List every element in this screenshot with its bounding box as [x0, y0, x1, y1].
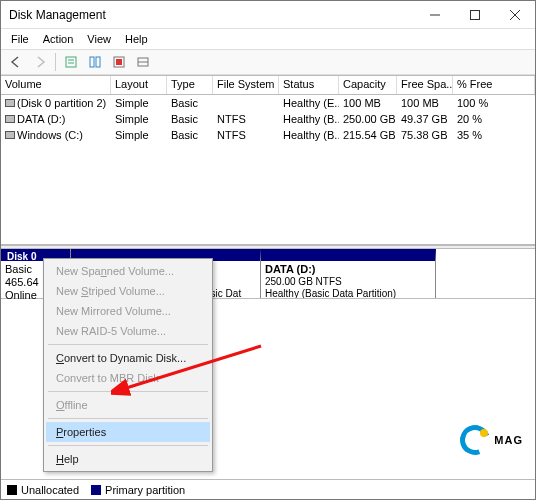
cell: 35 % — [453, 127, 535, 143]
col-status[interactable]: Status — [279, 76, 339, 94]
context-menu-separator — [48, 391, 208, 392]
window-controls — [415, 1, 535, 29]
svg-rect-4 — [66, 57, 76, 67]
cell: (Disk 0 partition 2) — [1, 95, 111, 111]
cell: Basic — [167, 95, 213, 111]
context-menu-item: Offline — [46, 395, 210, 415]
col-free[interactable]: Free Spa... — [397, 76, 453, 94]
watermark-logo: MAG — [460, 425, 523, 455]
legend-primary-swatch — [91, 485, 101, 495]
toolbar — [1, 49, 535, 75]
svg-rect-8 — [96, 57, 100, 67]
window-title: Disk Management — [9, 8, 415, 22]
logo-icon — [460, 425, 490, 455]
cell: 49.37 GB — [397, 111, 453, 127]
col-volume[interactable]: Volume — [1, 76, 111, 94]
context-menu-item: New Mirrored Volume... — [46, 301, 210, 321]
col-filesystem[interactable]: File System — [213, 76, 279, 94]
svg-rect-7 — [90, 57, 94, 67]
menu-file[interactable]: File — [5, 31, 35, 47]
legend-unalloc-swatch — [7, 485, 17, 495]
table-row[interactable]: Windows (C:) Simple Basic NTFS Healthy (… — [1, 127, 535, 143]
cell: 100 % — [453, 95, 535, 111]
cell: 215.54 GB — [339, 127, 397, 143]
cell: NTFS — [213, 111, 279, 127]
context-menu-item: New Spanned Volume... — [46, 261, 210, 281]
context-menu-separator — [48, 418, 208, 419]
partition[interactable]: DATA (D:)250.00 GB NTFSHealthy (Basic Da… — [261, 249, 436, 298]
help-button[interactable] — [108, 51, 130, 73]
volume-icon — [5, 99, 15, 107]
legend: Unallocated Primary partition — [1, 479, 535, 499]
cell: Simple — [111, 111, 167, 127]
settings-button[interactable] — [60, 51, 82, 73]
svg-rect-10 — [116, 59, 122, 65]
cell: Healthy (B... — [279, 111, 339, 127]
menubar: File Action View Help — [1, 29, 535, 49]
logo-text: MAG — [494, 434, 523, 446]
cell: Windows (C:) — [1, 127, 111, 143]
forward-button[interactable] — [29, 51, 51, 73]
legend-unalloc-label: Unallocated — [21, 484, 79, 496]
disk-status: Online — [5, 289, 37, 301]
cell: Basic — [167, 127, 213, 143]
col-type[interactable]: Type — [167, 76, 213, 94]
context-menu-separator — [48, 344, 208, 345]
col-capacity[interactable]: Capacity — [339, 76, 397, 94]
titlebar[interactable]: Disk Management — [1, 1, 535, 29]
cell: 100 MB — [339, 95, 397, 111]
toolbar-separator — [55, 53, 56, 71]
cell: 20 % — [453, 111, 535, 127]
menu-action[interactable]: Action — [37, 31, 80, 47]
close-button[interactable] — [495, 1, 535, 29]
context-menu-item: Convert to MBR Disk — [46, 368, 210, 388]
volume-list[interactable]: (Disk 0 partition 2) Simple Basic Health… — [1, 95, 535, 245]
cell: DATA (D:) — [1, 111, 111, 127]
cell: Basic — [167, 111, 213, 127]
volume-icon — [5, 115, 15, 123]
menu-help[interactable]: Help — [119, 31, 154, 47]
disk-management-window: Disk Management File Action View Help Vo… — [0, 0, 536, 500]
cell: Simple — [111, 95, 167, 111]
maximize-button[interactable] — [455, 1, 495, 29]
cell: Healthy (B... — [279, 127, 339, 143]
context-menu-item: New RAID-5 Volume... — [46, 321, 210, 341]
context-menu: New Spanned Volume...New Striped Volume.… — [43, 258, 213, 472]
context-menu-item[interactable]: Convert to Dynamic Disk... — [46, 348, 210, 368]
cell: Simple — [111, 127, 167, 143]
menu-view[interactable]: View — [81, 31, 117, 47]
back-button[interactable] — [5, 51, 27, 73]
cell: 75.38 GB — [397, 127, 453, 143]
cell — [213, 101, 279, 105]
context-menu-item[interactable]: Help — [46, 449, 210, 469]
cell: 250.00 GB — [339, 111, 397, 127]
svg-rect-1 — [471, 10, 480, 19]
col-layout[interactable]: Layout — [111, 76, 167, 94]
refresh-button[interactable] — [84, 51, 106, 73]
disk-size: 465.64 — [5, 276, 39, 288]
col-pctfree[interactable]: % Free — [453, 76, 535, 94]
legend-primary-label: Primary partition — [105, 484, 185, 496]
cell: NTFS — [213, 127, 279, 143]
table-row[interactable]: DATA (D:) Simple Basic NTFS Healthy (B..… — [1, 111, 535, 127]
disk-type: Basic — [5, 263, 32, 275]
context-menu-item: New Striped Volume... — [46, 281, 210, 301]
context-menu-separator — [48, 445, 208, 446]
context-menu-item[interactable]: Properties — [46, 422, 210, 442]
volume-icon — [5, 131, 15, 139]
table-row[interactable]: (Disk 0 partition 2) Simple Basic Health… — [1, 95, 535, 111]
minimize-button[interactable] — [415, 1, 455, 29]
cell: Healthy (E... — [279, 95, 339, 111]
volume-list-header: Volume Layout Type File System Status Ca… — [1, 75, 535, 95]
cell: 100 MB — [397, 95, 453, 111]
list-button[interactable] — [132, 51, 154, 73]
